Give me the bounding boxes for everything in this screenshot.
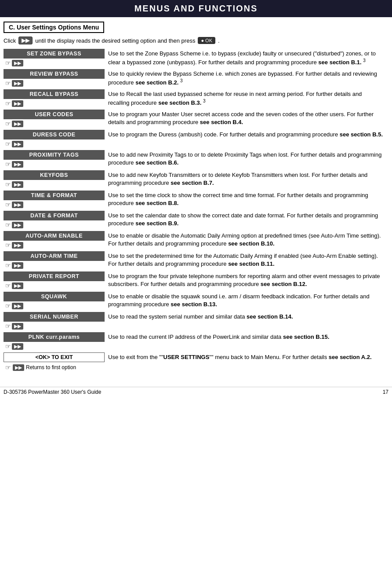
- menu-description-13: Use to read the system serial number and…: [105, 312, 384, 330]
- menu-item: DATE & FORMAT☞▶▶Use to set the calendar …: [4, 211, 384, 229]
- hand-icon: ☞: [5, 59, 11, 66]
- next-button-sim: ▶▶: [18, 37, 33, 44]
- menu-description-1: Use to quickly review the Bypass Scheme …: [105, 69, 384, 88]
- arrow-icon: ▶▶: [12, 141, 23, 147]
- menu-label-8: DATE & FORMAT: [4, 211, 105, 220]
- menu-label-2: RECALL BYPASS: [4, 89, 105, 99]
- arrow-icon: ▶▶: [12, 222, 23, 228]
- menu-description-7: Use to set the time clock to show the co…: [105, 191, 384, 209]
- menu-label-0: SET ZONE BYPASS: [4, 49, 105, 59]
- menu-item: USER CODES☞▶▶Use to program your Master …: [4, 110, 384, 128]
- menu-label-5: PROXIMITY TAGS: [4, 150, 105, 160]
- menu-description-9: Use to enable or disable the Automatic D…: [105, 231, 384, 249]
- nav-icons-9: ☞▶▶: [4, 241, 105, 249]
- menu-item: PROXIMITY TAGS☞▶▶Use to add new Proximit…: [4, 150, 384, 169]
- hand-icon: ☞: [5, 323, 11, 330]
- hand-icon: ☞: [5, 364, 11, 371]
- arrow-icon: ▶▶: [12, 303, 23, 309]
- exit-nav: ☞▶▶ Returns to first option: [4, 363, 105, 372]
- menu-description-5: Use to add new Proximity Tags to or to d…: [105, 150, 384, 169]
- page-header: MENUS AND FUNCTIONS: [0, 0, 392, 17]
- menu-item: REVIEW BYPASS☞▶▶Use to quickly review th…: [4, 69, 384, 88]
- nav-icons-1: ☞▶▶: [4, 79, 105, 88]
- menu-label-9: AUTO-ARM ENABLE: [4, 231, 105, 241]
- menu-description-6: Use to add new Keyfob Transmitters or to…: [105, 170, 384, 189]
- hand-icon: ☞: [5, 120, 11, 127]
- nav-icons-8: ☞▶▶: [4, 220, 105, 229]
- menu-item: PRIVATE REPORT☞▶▶Use to program the four…: [4, 271, 384, 290]
- menu-description-2: Use to Recall the last used bypassed sch…: [105, 89, 384, 108]
- menu-description-14: Use to read the current IP address of th…: [105, 332, 384, 351]
- arrow-icon: ▶▶: [12, 323, 23, 330]
- arrow-icon: ▶▶: [12, 202, 23, 208]
- arrow-icon: ▶▶: [12, 60, 23, 66]
- hand-icon: ☞: [5, 140, 11, 147]
- hand-icon: ☞: [5, 343, 11, 350]
- menu-label-3: USER CODES: [4, 110, 105, 119]
- nav-icons-10: ☞▶▶: [4, 261, 105, 270]
- footer: D-305736 PowerMaster 360 User's Guide 17: [0, 387, 392, 397]
- arrow-icon: ▶▶: [12, 282, 23, 289]
- menu-label-10: AUTO-ARM TIME: [4, 251, 105, 261]
- arrow-icon: ▶▶: [12, 181, 23, 188]
- arrow-icon: ▶▶: [12, 121, 23, 127]
- section-title: C. User Settings Options Menu: [4, 22, 104, 33]
- ok-button-sim: ● OK: [198, 37, 215, 44]
- menu-item: KEYFOBS☞▶▶Use to add new Keyfob Transmit…: [4, 170, 384, 189]
- menu-label-4: DURESS CODE: [4, 130, 105, 139]
- nav-icons-14: ☞▶▶: [4, 342, 105, 351]
- returns-label: Returns to first option: [26, 364, 76, 370]
- intro-line: Click ▶▶ until the display reads the des…: [4, 37, 384, 44]
- menu-label-14: PLNK curr.params: [4, 332, 105, 342]
- hand-icon: ☞: [5, 181, 11, 188]
- nav-icons-6: ☞▶▶: [4, 180, 105, 189]
- menu-description-4: Use to program the Duress (ambush) code.…: [105, 130, 384, 148]
- menu-item: SERIAL NUMBER☞▶▶Use to read the system s…: [4, 312, 384, 330]
- nav-icons-7: ☞▶▶: [4, 200, 105, 209]
- menu-label-6: KEYFOBS: [4, 170, 105, 180]
- menu-label-13: SERIAL NUMBER: [4, 312, 105, 322]
- menu-item: RECALL BYPASS☞▶▶Use to Recall the last u…: [4, 89, 384, 108]
- nav-icons-4: ☞▶▶: [4, 139, 105, 148]
- hand-icon: ☞: [5, 282, 11, 289]
- menu-description-12: Use to enable or disable the squawk soun…: [105, 292, 384, 310]
- hand-icon: ☞: [5, 100, 11, 107]
- menu-label-12: SQUAWK: [4, 292, 105, 301]
- nav-icons-5: ☞▶▶: [4, 160, 105, 169]
- menu-item: PLNK curr.params☞▶▶Use to read the curre…: [4, 332, 384, 351]
- hand-icon: ☞: [5, 221, 11, 228]
- nav-icons-0: ☞▶▶: [4, 59, 105, 67]
- arrow-icon: ▶▶: [13, 364, 24, 371]
- nav-icons-3: ☞▶▶: [4, 119, 105, 128]
- hand-icon: ☞: [5, 161, 11, 168]
- menu-label-11: PRIVATE REPORT: [4, 271, 105, 281]
- arrow-icon: ▶▶: [12, 343, 23, 350]
- menu-item: AUTO-ARM TIME☞▶▶Use to set the predeterm…: [4, 251, 384, 270]
- nav-icons-12: ☞▶▶: [4, 301, 105, 310]
- menu-item: SET ZONE BYPASS☞▶▶Use to set the Zone By…: [4, 49, 384, 67]
- menu-description-3: Use to program your Master User secret a…: [105, 110, 384, 128]
- hand-icon: ☞: [5, 201, 11, 208]
- arrow-icon: ▶▶: [12, 161, 23, 168]
- hand-icon: ☞: [5, 262, 11, 269]
- menu-label-7: TIME & FORMAT: [4, 191, 105, 200]
- menu-label-1: REVIEW BYPASS: [4, 69, 105, 79]
- arrow-icon: ▶▶: [12, 262, 23, 269]
- menu-list: SET ZONE BYPASS☞▶▶Use to set the Zone By…: [4, 49, 384, 351]
- exit-label: <OK> TO EXIT: [4, 352, 105, 362]
- menu-item: SQUAWK☞▶▶Use to enable or disable the sq…: [4, 292, 384, 310]
- menu-description-8: Use to set the calendar date to show the…: [105, 211, 384, 229]
- nav-icons-13: ☞▶▶: [4, 322, 105, 330]
- exit-description: Use to exit from the ""USER SETTINGS"" m…: [105, 352, 384, 372]
- menu-item: DURESS CODE☞▶▶Use to program the Duress …: [4, 130, 384, 148]
- arrow-icon: ▶▶: [12, 242, 23, 249]
- menu-item: TIME & FORMAT☞▶▶Use to set the time cloc…: [4, 191, 384, 209]
- arrow-icon: ▶▶: [12, 100, 23, 107]
- exit-row: <OK> TO EXIT☞▶▶ Returns to first optionU…: [4, 352, 384, 372]
- hand-icon: ☞: [5, 80, 11, 87]
- menu-description-11: Use to program the four private telephon…: [105, 271, 384, 290]
- menu-description-0: Use to set the Zone Bypass Scheme i.e. t…: [105, 49, 384, 67]
- menu-description-10: Use to set the predetermined time for th…: [105, 251, 384, 270]
- nav-icons-11: ☞▶▶: [4, 281, 105, 290]
- nav-icons-2: ☞▶▶: [4, 99, 105, 108]
